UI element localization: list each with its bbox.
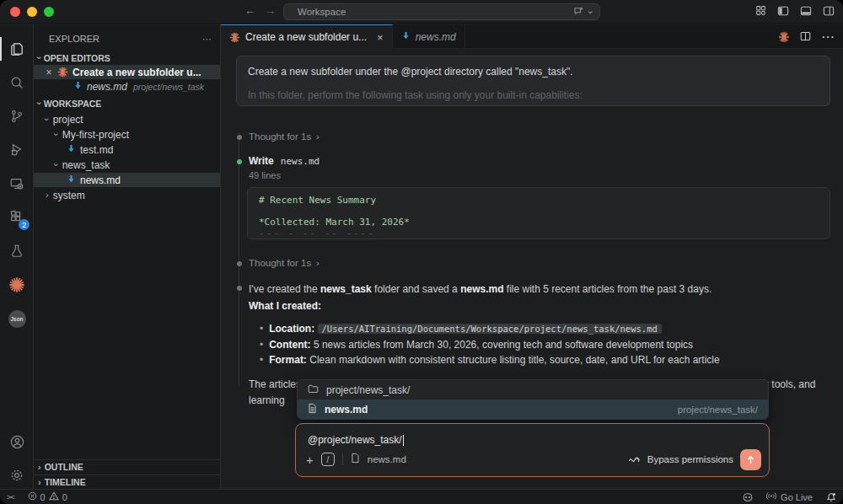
thread-line <box>239 133 239 386</box>
claude-panel-icon[interactable] <box>778 31 790 43</box>
send-button[interactable] <box>740 449 761 470</box>
history-back-button[interactable]: ← <box>244 4 255 17</box>
file-path-chip: /Users/AITraining/Documents/Workspace/pr… <box>318 324 662 334</box>
chat-sparkle-icon[interactable] <box>573 6 584 19</box>
explorer-sidebar: EXPLORER ⋯ › OPEN EDITORS × Create a new… <box>34 24 221 489</box>
close-tab-icon[interactable]: × <box>377 31 384 44</box>
account-icon[interactable] <box>0 427 34 456</box>
write-success-dot <box>237 159 242 164</box>
markdown-file-icon <box>73 81 83 93</box>
code-line: # Recent News Summary <box>259 195 819 206</box>
thought-row[interactable]: Thought for 1s› <box>249 131 319 142</box>
context-file-name[interactable]: news.md <box>368 454 406 464</box>
close-editor-icon[interactable]: × <box>45 67 53 78</box>
workspace-section[interactable]: › WORKSPACE <box>34 96 220 110</box>
chevron-right-icon: › <box>38 463 41 472</box>
popup-item-file[interactable]: news.md project/news_task/ <box>298 399 768 419</box>
editor-more-actions-icon[interactable]: ⋯ <box>821 29 835 45</box>
open-editors-section[interactable]: › OPEN EDITORS <box>34 51 220 65</box>
copilot-status-icon[interactable] <box>742 492 754 502</box>
tab-newsmd[interactable]: news.md <box>393 24 465 49</box>
sidebar-title: EXPLORER <box>49 34 99 44</box>
minimize-window-button[interactable] <box>27 7 37 17</box>
open-editor-item-chat[interactable]: × Create a new subfolder u... <box>34 65 220 79</box>
chevron-down-icon: › <box>51 133 61 137</box>
toggle-panel-icon[interactable] <box>800 6 812 16</box>
extensions-badge: 2 <box>19 219 30 230</box>
status-bar: >< 0 0 Go Live <box>0 489 843 504</box>
thought-dot <box>237 261 242 266</box>
message-dot <box>237 286 242 291</box>
workspace-title: Workspace <box>291 7 573 17</box>
chevron-down-icon: › <box>35 56 44 60</box>
code-line-faded: --- - -- -- ---- <box>259 228 819 239</box>
attach-plus-icon[interactable]: + <box>306 453 314 466</box>
tab-bar: Create a new subfolder u... × news.md ⋯ <box>221 24 843 49</box>
chevron-right-icon: › <box>316 260 319 268</box>
editor-area: Create a new subfolder u... × news.md ⋯ … <box>221 24 843 489</box>
problems-indicator[interactable]: 0 0 <box>28 491 67 502</box>
context-file-icon <box>351 453 360 466</box>
extensions-icon[interactable]: 2 <box>0 203 34 232</box>
thought-dot <box>237 135 242 140</box>
customize-layout-icon[interactable] <box>755 5 766 16</box>
maximize-window-button[interactable] <box>44 7 54 17</box>
text-caret <box>403 435 404 446</box>
slash-commands-icon[interactable]: / <box>321 453 335 466</box>
toggle-sidebar-left-icon[interactable] <box>777 6 789 16</box>
history-forward-button[interactable]: → <box>265 4 276 17</box>
chat-composer[interactable]: @project/news_task/ + / news.md Bypass p… <box>295 423 770 477</box>
code-line: *Collected: March 31, 2026* <box>259 217 819 228</box>
warning-icon <box>49 491 59 502</box>
settings-gear-icon[interactable] <box>0 461 34 490</box>
tree-item-testmd[interactable]: test.md <box>34 142 220 157</box>
split-editor-icon[interactable] <box>800 29 811 45</box>
tree-item-my-first-project[interactable]: › My-first-project <box>34 127 220 142</box>
write-event-row[interactable]: Write news.md <box>249 155 319 167</box>
folder-icon <box>308 383 319 396</box>
explorer-more-actions-icon[interactable]: ⋯ <box>202 34 212 45</box>
explorer-icon[interactable] <box>0 35 34 63</box>
json-tool-icon[interactable]: Json <box>0 304 34 333</box>
message-intro: I've created the news_task folder and sa… <box>249 281 840 298</box>
popup-item-detail: project/news_task/ <box>678 405 758 415</box>
write-lines-count: 49 lines <box>249 170 281 180</box>
open-editor-label: news.md <box>87 81 127 93</box>
search-icon[interactable] <box>0 68 34 97</box>
bypass-permissions-toggle[interactable]: Bypass permissions <box>647 454 733 464</box>
remote-indicator[interactable]: >< <box>7 493 14 501</box>
tab-label: news.md <box>416 31 456 43</box>
testing-icon[interactable] <box>0 237 34 265</box>
bullet-format: • Format: Clean markdown with consistent… <box>260 352 840 368</box>
chevron-right-icon: › <box>316 133 319 142</box>
user-prompt-line2: In this folder, perform the following ta… <box>248 88 819 103</box>
markdown-file-icon <box>67 174 76 186</box>
open-editor-detail: project/news_task <box>133 82 204 92</box>
source-control-icon[interactable] <box>0 102 34 131</box>
close-window-button[interactable] <box>10 7 20 17</box>
notifications-bell-icon[interactable] <box>826 492 836 502</box>
remote-explorer-icon[interactable] <box>0 169 34 198</box>
popup-item-folder[interactable]: project/news_task/ <box>298 380 768 399</box>
tree-item-system[interactable]: › system <box>34 188 220 202</box>
outline-section[interactable]: › OUTLINE <box>34 459 220 474</box>
chevron-down-icon[interactable]: › <box>587 10 596 13</box>
toggle-sidebar-right-icon[interactable] <box>823 6 835 16</box>
tree-item-project[interactable]: › project <box>34 112 220 126</box>
user-prompt-line1: Create a new subfolder under the @projec… <box>248 65 819 79</box>
tree-item-news-task[interactable]: › news_task <box>34 158 220 172</box>
chevron-right-icon: › <box>46 190 49 200</box>
run-debug-icon[interactable] <box>0 136 34 164</box>
vscode-window: ← → Workspace › <box>0 0 843 504</box>
claude-extension-icon[interactable] <box>0 271 34 299</box>
divider <box>342 453 343 465</box>
open-editor-item-newsmd[interactable]: news.md project/news_task <box>34 79 220 94</box>
thought-row[interactable]: Thought for 1s› <box>249 258 319 268</box>
tree-item-newsmd[interactable]: news.md <box>34 173 220 187</box>
tab-claude-chat[interactable]: Create a new subfolder u... × <box>221 24 393 49</box>
composer-input[interactable]: @project/news_task/ <box>308 434 404 446</box>
command-center[interactable]: Workspace › <box>283 3 600 20</box>
timeline-section[interactable]: › TIMELINE <box>34 475 220 489</box>
go-live-button[interactable]: Go Live <box>765 491 813 502</box>
chevron-down-icon: › <box>35 102 44 105</box>
